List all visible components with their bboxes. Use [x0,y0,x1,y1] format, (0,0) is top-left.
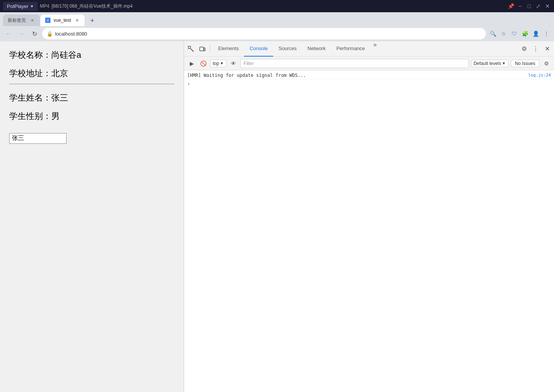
console-levels-select[interactable]: Default levels ▼ [471,60,508,67]
bookmark-button[interactable]: ☆ [499,29,508,38]
title-bar-left: PotPlayer ▼ MP4 [68/170] 068_尚硅谷Vue技术_插件… [3,2,504,11]
device-toggle-button[interactable] [197,44,208,54]
levels-dropdown-icon: ▼ [502,61,506,65]
tab-label: 新标签页 [8,17,26,24]
app-label: PotPlayer [7,3,28,9]
svg-line-1 [191,49,194,52]
select-dropdown-icon: ▼ [220,61,224,65]
console-prompt[interactable]: › [184,79,554,88]
title-bar: PotPlayer ▼ MP4 [68/170] 068_尚硅谷Vue技术_插件… [0,0,554,12]
tab-network[interactable]: Network [302,41,331,57]
restore-button[interactable]: □ [526,3,533,10]
browser-window: 新标签页 ✕ V vue_test ✕ + ← → ↻ 🔒 localhost:… [0,12,554,392]
url-text: localhost:8080 [55,31,481,37]
console-play-button[interactable]: ▶ [187,59,196,68]
tab-elements[interactable]: Elements [213,41,244,57]
title-bar-controls: 📌 − □ ⤢ ✕ [507,3,551,10]
school-name: 学校名称：尚硅谷a [9,47,174,63]
divider [9,84,174,84]
student-name: 学生姓名：张三 [9,90,174,106]
minimize-button[interactable]: − [517,3,523,10]
tab-label-vue: vue_test [54,18,71,23]
school-name-label: 学校名称： [9,50,51,60]
devtools-tabs: Elements Console Sources Network Perform… [213,41,518,57]
devtools-toolbar-right: ⚙ ⋮ ✕ [519,44,552,54]
zoom-button[interactable]: 🔍 [488,29,497,38]
console-stop-button[interactable]: 🚫 [199,59,208,68]
address-bar: ← → ↻ 🔒 localhost:8080 🔍 ☆ 🛡 🧩 👤 ⋮ [0,26,554,41]
school-addr-value: 北京 [51,68,68,78]
school-name-value: 尚硅谷a [51,50,81,60]
svg-rect-0 [188,46,191,49]
school-addr-label: 学校地址： [9,68,51,78]
format-badge: MP4 [40,3,49,9]
student-input[interactable] [9,133,67,144]
tab-close-new[interactable]: ✕ [29,17,35,23]
new-tab-button[interactable]: + [87,15,98,26]
reload-button[interactable]: ↻ [29,28,40,39]
profile-button[interactable]: 👤 [531,29,540,38]
console-log-line: [HMR] Waiting for update signal from WDS… [184,72,554,79]
extension-icon[interactable]: 🛡 [510,29,519,38]
console-issues-button[interactable]: No Issues [511,60,539,67]
tab-favicon-vue: V [45,18,51,23]
tab-new-tab[interactable]: 新标签页 ✕ [3,15,40,26]
devtools-close-button[interactable]: ✕ [542,44,552,54]
svg-rect-3 [204,48,205,51]
student-gender: 学生性别：男 [9,109,174,124]
console-eye-button[interactable]: 👁 [229,59,238,68]
console-settings-button[interactable]: ⚙ [542,59,551,68]
close-button[interactable]: ✕ [544,3,551,10]
lock-icon: 🔒 [47,31,53,37]
address-input[interactable]: 🔒 localhost:8080 [42,28,486,39]
browser-content: 学校名称：尚硅谷a 学校地址：北京 学生姓名：张三 学生性别：男 [0,41,554,392]
app-name[interactable]: PotPlayer ▼ [3,2,37,11]
console-context-select[interactable]: top ▼ [210,60,226,67]
student-name-value: 张三 [51,93,68,102]
fullscreen-button[interactable]: ⤢ [535,3,542,10]
toolbar-separator [210,45,210,53]
inspect-element-button[interactable] [186,44,196,54]
back-button[interactable]: ← [3,28,14,39]
console-filter-input[interactable]: Filter [240,59,469,68]
pin-button[interactable]: 📌 [507,3,514,10]
dropdown-icon: ▼ [30,4,34,8]
devtools-toolbar: Elements Console Sources Network Perform… [184,41,554,57]
tab-vue-test[interactable]: V vue_test ✕ [41,15,85,26]
menu-button[interactable]: ⋮ [542,29,551,38]
svg-rect-2 [200,47,204,51]
console-output: [HMR] Waiting for update signal from WDS… [184,70,554,392]
tab-close-vue[interactable]: ✕ [74,17,80,23]
more-tabs-button[interactable]: » [370,41,380,57]
console-toolbar: ▶ 🚫 top ▼ 👁 Filter Default levels ▼ No I… [184,57,554,70]
devtools-settings-button[interactable]: ⚙ [519,44,530,54]
console-log-source[interactable]: log.js:24 [528,73,551,78]
student-name-label: 学生姓名： [9,93,51,102]
extensions-button[interactable]: 🧩 [520,29,530,38]
student-gender-value: 男 [51,111,60,121]
devtools-more-button[interactable]: ⋮ [530,44,541,54]
address-icons: 🔍 ☆ 🛡 🧩 👤 ⋮ [488,29,551,38]
tab-bar: 新标签页 ✕ V vue_test ✕ + [0,12,554,26]
student-gender-label: 学生性别： [9,111,51,121]
console-log-text: [HMR] Waiting for update signal from WDS… [187,73,525,78]
prompt-arrow: › [187,81,190,87]
forward-button[interactable]: → [16,28,27,39]
page-content: 学校名称：尚硅谷a 学校地址：北京 学生姓名：张三 学生性别：男 [0,41,184,392]
tab-sources[interactable]: Sources [273,41,302,57]
tab-performance[interactable]: Performance [331,41,370,57]
school-addr: 学校地址：北京 [9,66,174,81]
devtools-panel: Elements Console Sources Network Perform… [184,41,554,392]
file-title: [68/170] 068_尚硅谷Vue技术_插件.mp4 [52,3,133,10]
tab-console[interactable]: Console [244,41,273,57]
